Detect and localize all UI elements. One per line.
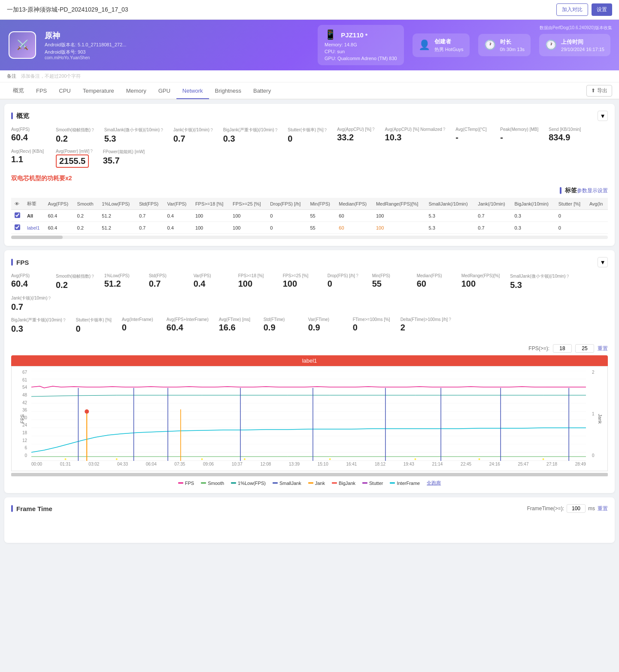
- fps-25-input[interactable]: [575, 344, 594, 353]
- creator-icon: 👤: [419, 39, 430, 51]
- ft-controls: FrameTime(>=): ms 重置: [527, 504, 608, 513]
- checkbox-all[interactable]: [15, 212, 20, 218]
- jank-help-icon[interactable]: ?: [210, 128, 213, 133]
- fps-ftime-label: Avg(FTime) [ms]: [219, 317, 253, 322]
- compare-button[interactable]: 加入对比: [556, 3, 588, 16]
- fps-drop-label: Drop(FPS) [/h] ?: [328, 273, 362, 278]
- stutter-help-icon[interactable]: ?: [325, 128, 327, 133]
- fps-smooth-value: 0.2: [56, 280, 94, 290]
- fps-medrange-value: 100: [461, 279, 500, 289]
- fps-collapse-btn[interactable]: ▼: [598, 257, 608, 267]
- row-label1-label: label1: [24, 222, 45, 234]
- tab-temperature[interactable]: Temperature: [77, 83, 120, 99]
- th-1low: 1%Low(FPS): [98, 198, 136, 210]
- legend-bigjank-dot: [332, 482, 337, 484]
- row-all-smalljank: 5.3: [425, 210, 474, 222]
- stat-power-value: 2155.5: [56, 154, 89, 168]
- row-label1-smooth: 0.2: [74, 222, 99, 234]
- appcpu-help-icon[interactable]: ?: [372, 127, 375, 132]
- tab-brightness[interactable]: Brightness: [209, 83, 247, 99]
- fps-smalljank-help[interactable]: ?: [567, 274, 569, 279]
- th-drop: Drop(FPS) [/h]: [267, 198, 306, 210]
- all-races-button[interactable]: 全跑廊: [427, 480, 441, 486]
- power-help-icon[interactable]: ?: [90, 149, 93, 154]
- row-all-min: 55: [306, 210, 335, 222]
- table-scrollbar[interactable]: [11, 236, 608, 239]
- bigjank-help-icon[interactable]: ?: [275, 128, 278, 133]
- table-row: All 60.4 0.2 51.2 0.7 0.4 100 100 0 55 6…: [11, 210, 608, 222]
- fps-bigjank-help[interactable]: ?: [63, 318, 66, 323]
- legend-jank-dot: [308, 482, 313, 484]
- row-label1-median: 60: [335, 222, 373, 234]
- stat-fpower: FPower(能能耗) [mW] 35.7: [103, 149, 145, 168]
- tab-network[interactable]: Network: [176, 83, 209, 99]
- fps-plus-interframe: Avg(FPS+InterFrame) 60.4: [167, 317, 209, 334]
- overview-header: 概览 ▼: [11, 111, 608, 121]
- stat-peak-memory: Peak(Memory) [MB] -: [500, 127, 538, 144]
- app-android-code: Android版本号: 903: [45, 49, 309, 55]
- legend-stutter-dot: [362, 482, 367, 484]
- params-settings-button[interactable]: 参数显示设置: [577, 187, 608, 194]
- settings-button[interactable]: 设置: [592, 3, 612, 16]
- tab-overview[interactable]: 概览: [7, 82, 30, 100]
- export-button[interactable]: ⬆ 导出: [586, 85, 612, 97]
- stat-recv: Avg(Recv) [KB/s] 1.1: [11, 149, 46, 168]
- labels-section: 标签 参数显示设置 👁 标签 Avg(FPS) Smooth 1%Low(FPS…: [11, 187, 608, 239]
- stat-avg-fps-label: Avg(FPS): [11, 127, 46, 132]
- stat-stutter: Stutter(卡顿率) [%] ? 0: [288, 127, 327, 144]
- fps-axis-label: FPS: [20, 414, 25, 423]
- smalljank-help-icon[interactable]: ?: [161, 128, 163, 133]
- row-label1-drop: 0: [267, 222, 306, 234]
- row-all-var: 0.4: [164, 210, 192, 222]
- row-label1-avgfps: 60.4: [45, 222, 74, 234]
- fps-interframe: Avg(InterFrame) 0: [122, 317, 156, 334]
- upload-card: 🕐 上传时间 29/10/2024 16:17:15: [539, 34, 610, 56]
- fps-chart-section: FPS(>=): 重置 label1 67 61 54 48 42 36 30 …: [11, 344, 608, 486]
- fps-section-header: FPS ▼: [11, 257, 608, 267]
- appcpu-norm-help-icon[interactable]: ?: [443, 127, 446, 132]
- row-label1-medrange: 100: [373, 222, 425, 234]
- row-all-checkbox[interactable]: [11, 210, 24, 222]
- chart-scroll-thumb[interactable]: [11, 473, 608, 476]
- tab-battery[interactable]: Battery: [247, 83, 277, 99]
- row-all-label: All: [24, 210, 45, 222]
- stat-smalljank-label: SmallJank(微小卡顿)(/10min) ?: [104, 127, 163, 133]
- device-card: 📱 PJZ110 ● Memory: 14.8G CPU: sun GPU: Q…: [318, 25, 404, 65]
- export-icon: ⬆: [591, 88, 595, 94]
- nav-tabs: 概览 FPS CPU Temperature Memory GPU Networ…: [0, 82, 619, 100]
- stat-bigjank-value: 0.3: [223, 134, 277, 144]
- fps-reset-button[interactable]: 重置: [598, 345, 608, 352]
- table-scroll-thumb[interactable]: [11, 236, 63, 239]
- labels-title: 标签: [560, 187, 577, 194]
- fps-drop: Drop(FPS) [/h] ? 0: [328, 273, 362, 290]
- legend-smalljank-dot: [273, 482, 278, 484]
- fps-1low-value: 51.2: [104, 279, 139, 289]
- row-all-median: 60: [335, 210, 373, 222]
- fps-medrange-label: MedRange(FPS)[%]: [461, 273, 500, 278]
- fps-18-input[interactable]: [553, 344, 572, 353]
- ft-input[interactable]: [567, 504, 586, 513]
- ft-reset-button[interactable]: 重置: [598, 505, 608, 512]
- fps-delta-ftime-label: Delta(FTime)>100ms [/h] ?: [401, 317, 451, 322]
- stat-jank: Jank(卡顿)(/10min) ? 0.7: [173, 127, 213, 144]
- fps-drop-help[interactable]: ?: [356, 273, 358, 278]
- fps-delta-ftime-help[interactable]: ?: [449, 317, 451, 322]
- smooth-help-icon[interactable]: ?: [91, 128, 94, 133]
- tab-cpu[interactable]: CPU: [53, 83, 76, 99]
- fps-section: FPS ▼ Avg(FPS) 60.4 Smooth(稳帧指数) ? 0.2 1…: [4, 250, 615, 493]
- tab-gpu[interactable]: GPU: [152, 83, 176, 99]
- overview-collapse-btn[interactable]: ▼: [598, 111, 608, 121]
- fps-chart-legend: FPS Smooth 1%Low(FPS) SmallJank Jank Big…: [11, 480, 608, 486]
- checkbox-label1[interactable]: [15, 224, 20, 230]
- fps-std: Std(FPS) 0.7: [149, 273, 183, 290]
- tab-memory[interactable]: Memory: [120, 83, 152, 99]
- stat-jank-value: 0.7: [173, 134, 213, 144]
- chart-scrollbar[interactable]: [11, 473, 608, 476]
- duration-card: 🕐 时长 0h 30m 13s: [478, 34, 531, 56]
- fps-avg-value: 60.4: [11, 279, 46, 289]
- tab-fps[interactable]: FPS: [30, 83, 53, 99]
- fps-jank-help[interactable]: ?: [48, 296, 51, 301]
- fps-std-label: Std(FPS): [149, 273, 183, 278]
- fps-smooth-help[interactable]: ?: [91, 274, 94, 279]
- row-label1-checkbox[interactable]: [11, 222, 24, 234]
